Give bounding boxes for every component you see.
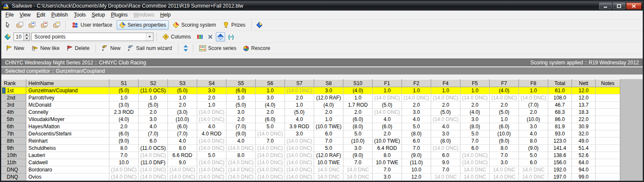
new-like-button[interactable]: New like xyxy=(28,44,62,53)
score-cell-f5[interactable]: 6.0 xyxy=(460,145,490,152)
score-cell-s4[interactable]: 1.0 xyxy=(197,102,226,109)
score-cell-f1[interactable]: 1.0 xyxy=(373,87,402,94)
score-cell-s5[interactable]: (5.0) xyxy=(226,102,256,109)
table-row[interactable]: 1stGunzelman/Coupland(5.0)(11.0 OCS)(5.0… xyxy=(2,87,620,94)
score-cell-f7[interactable]: 7.0 xyxy=(490,152,519,159)
score-cell-s4[interactable]: (14.0 DNC) xyxy=(197,166,226,174)
nett-cell[interactable]: 99.0 xyxy=(572,174,596,181)
helm-name-cell[interactable]: Ovios xyxy=(26,174,109,181)
nett-cell[interactable]: 13.7 xyxy=(572,102,596,109)
score-cell-s5[interactable]: (14.0 DNC) xyxy=(226,166,256,174)
score-cell-s2[interactable]: (11.0 DNF) xyxy=(139,159,168,166)
table-row[interactable]: 8thReinhart(9.0)6.04.0(14.0 DNC)4.07.0(1… xyxy=(2,138,620,145)
score-cell-f2[interactable]: 12.0 xyxy=(402,174,431,181)
score-cell-s2[interactable]: (5.0) xyxy=(139,102,168,109)
total-cell[interactable]: 141.4 xyxy=(548,145,572,152)
score-cell-s2[interactable]: (14.0 DNC) xyxy=(139,152,168,159)
helm-name-cell[interactable]: Parrott/Ivey xyxy=(26,94,109,102)
score-cell-f4[interactable]: (5.0) xyxy=(431,109,460,116)
column-header-s10[interactable]: S10 xyxy=(343,80,373,87)
score-cell-s1[interactable]: (4.0) xyxy=(109,116,139,123)
score-cell-s7[interactable]: (5.0) xyxy=(285,109,314,116)
score-cell-s10[interactable]: (8.0) xyxy=(343,123,373,130)
score-cell-s2[interactable]: 1.0 xyxy=(139,94,168,102)
score-cell-f5[interactable]: 14.0 DNC xyxy=(460,166,490,174)
notes-cell[interactable] xyxy=(596,145,620,152)
total-cell[interactable]: 123.0 xyxy=(548,138,572,145)
rank-cell[interactable]: 4th xyxy=(2,109,26,116)
score-cell-f5[interactable]: 7.0 xyxy=(460,138,490,145)
score-cell-s7[interactable]: (14.0 DNC) xyxy=(285,145,314,152)
rank-cell[interactable]: 9th xyxy=(2,145,26,152)
spinner-down-button[interactable] xyxy=(24,36,30,41)
nett-cell[interactable]: 12.0 xyxy=(572,94,596,102)
score-cell-f5[interactable]: (8.0) xyxy=(460,123,490,130)
score-cell-f2[interactable]: 3.0 xyxy=(402,109,431,116)
score-cell-s7[interactable]: (14.0 DNC) xyxy=(285,87,314,94)
score-cell-s10[interactable]: 14.0 DNC xyxy=(343,174,373,181)
table-row[interactable]: 7thDeAscentis/Stefani(6.0)(7.0)(7.0)4.0 … xyxy=(2,130,620,138)
score-cell-s7[interactable]: 4.0 xyxy=(285,116,314,123)
rank-cell[interactable]: 8th xyxy=(2,138,26,145)
notes-cell[interactable] xyxy=(596,102,620,109)
score-cell-f8[interactable]: (14.0 DNC) xyxy=(519,94,548,102)
notes-cell[interactable] xyxy=(596,130,620,138)
nett-cell[interactable]: 94.0 xyxy=(572,166,596,174)
notes-cell[interactable] xyxy=(596,174,620,181)
edit-columns-button[interactable] xyxy=(195,32,205,41)
nett-cell[interactable]: 49.0 xyxy=(572,138,596,145)
table-row[interactable]: 10thLautieri7.0(14.0 DNC)6.6 ROD5.08.0(1… xyxy=(2,152,620,159)
score-cell-s6[interactable]: (14.0 DNC) xyxy=(256,130,285,138)
notes-cell[interactable] xyxy=(596,94,620,102)
score-cell-f8[interactable]: 5.0 xyxy=(519,152,548,159)
score-cell-s3[interactable]: 1.0 xyxy=(168,94,197,102)
score-cell-f1[interactable]: 10.0 TWE xyxy=(373,159,402,166)
score-cell-s10[interactable]: 1.0 xyxy=(343,94,373,102)
score-cell-f4[interactable]: 9.0 xyxy=(431,159,460,166)
column-header-f5[interactable]: F5 xyxy=(460,80,490,87)
score-cell-f8[interactable]: (7.0) xyxy=(519,102,548,109)
column-header-f8[interactable]: F8 xyxy=(519,80,548,87)
rank-cell[interactable]: 11th xyxy=(2,159,26,166)
column-header-helmname[interactable]: HelmName xyxy=(26,80,109,87)
score-cell-f1[interactable]: 8.0 xyxy=(373,152,402,159)
score-cell-f8[interactable]: 14.0 DNC xyxy=(519,174,548,181)
score-cell-f1[interactable]: 6.4 ROD xyxy=(373,145,402,152)
score-cell-f8[interactable]: 4.0 xyxy=(519,130,548,138)
score-cell-s1[interactable]: (14.0 DNC) xyxy=(109,166,139,174)
notes-cell[interactable] xyxy=(596,159,620,166)
rank-cell[interactable]: 2nd xyxy=(2,94,26,102)
score-cell-f8[interactable]: (10.0) xyxy=(519,116,548,123)
score-cell-f4[interactable]: 4.0 xyxy=(431,123,460,130)
score-cell-f7[interactable]: 1.0 xyxy=(490,116,519,123)
score-cell-s3[interactable]: (14.0 DNC) xyxy=(168,166,197,174)
score-cell-s10[interactable]: (4.0) xyxy=(343,87,373,94)
score-cell-s1[interactable]: (9.0) xyxy=(109,138,139,145)
score-cell-s1[interactable]: 8.0 xyxy=(109,145,139,152)
score-cell-f8[interactable]: 8.0 xyxy=(519,138,548,145)
total-cell[interactable]: 46.7 xyxy=(548,102,572,109)
score-cell-f7[interactable]: 8.0 xyxy=(490,145,519,152)
menu-item-publish[interactable]: Publish xyxy=(48,11,71,19)
table-row[interactable]: 11thCaldwell10.0(11.0 DNF)9.0(14.0 DNC)(… xyxy=(2,159,620,166)
score-cell-s1[interactable]: 10.0 xyxy=(109,159,139,166)
notes-cell[interactable] xyxy=(596,138,620,145)
score-cell-s6[interactable]: (4.0) xyxy=(256,102,285,109)
rank-cell[interactable]: 3rd xyxy=(2,102,26,109)
score-cell-s1[interactable]: (5.0) xyxy=(109,87,139,94)
helm-name-cell[interactable]: Schuldheiss xyxy=(26,145,109,152)
table-row[interactable]: DNQOvios(14.0 DNC)(14.0 DNC)(14.0 DNC)(1… xyxy=(2,174,620,181)
score-cell-f4[interactable]: 1.0 xyxy=(431,87,460,94)
table-row[interactable]: 9thSchuldheiss8.0(11.0 OCS)8.0(14.0 DNC)… xyxy=(2,145,620,152)
column-header-notes[interactable]: Notes xyxy=(596,80,620,87)
clear-filter-button[interactable] xyxy=(206,33,215,41)
score-cell-s8[interactable]: 5.0 xyxy=(314,145,343,152)
column-header-total[interactable]: Total xyxy=(548,80,572,87)
score-cell-s1[interactable]: 7.0 xyxy=(109,152,139,159)
score-cell-s5[interactable]: 3.0 xyxy=(226,109,256,116)
score-cell-f5[interactable]: (14.0 DNC) xyxy=(460,152,490,159)
helm-name-cell[interactable]: Gunzelman/Coupland xyxy=(26,87,109,94)
score-cell-s3[interactable]: (7.0) xyxy=(168,130,197,138)
user-interface-button[interactable]: User interface xyxy=(69,20,115,30)
nett-cell[interactable]: 12.0 xyxy=(572,87,596,94)
